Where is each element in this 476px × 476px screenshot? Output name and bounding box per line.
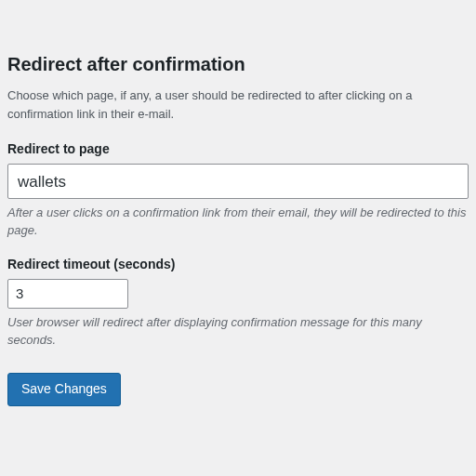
- redirect-timeout-help: User browser will redirect after display…: [7, 314, 469, 350]
- redirect-timeout-label: Redirect timeout (seconds): [7, 257, 469, 271]
- field-redirect-page: Redirect to page wallets After a user cl…: [7, 141, 469, 240]
- settings-section: Redirect after confirmation Choose which…: [0, 0, 476, 414]
- submit-row: Save Changes: [7, 373, 469, 406]
- redirect-page-select-wrap: wallets: [7, 164, 469, 199]
- redirect-page-help: After a user clicks on a confirmation li…: [7, 205, 469, 240]
- section-title: Redirect after confirmation: [7, 54, 469, 75]
- section-description: Choose which page, if any, a user should…: [7, 86, 469, 123]
- field-redirect-timeout: Redirect timeout (seconds) User browser …: [7, 257, 469, 350]
- redirect-timeout-input[interactable]: [7, 279, 128, 309]
- save-changes-button[interactable]: Save Changes: [7, 373, 121, 406]
- redirect-page-select[interactable]: wallets: [7, 164, 469, 199]
- redirect-page-label: Redirect to page: [7, 141, 469, 156]
